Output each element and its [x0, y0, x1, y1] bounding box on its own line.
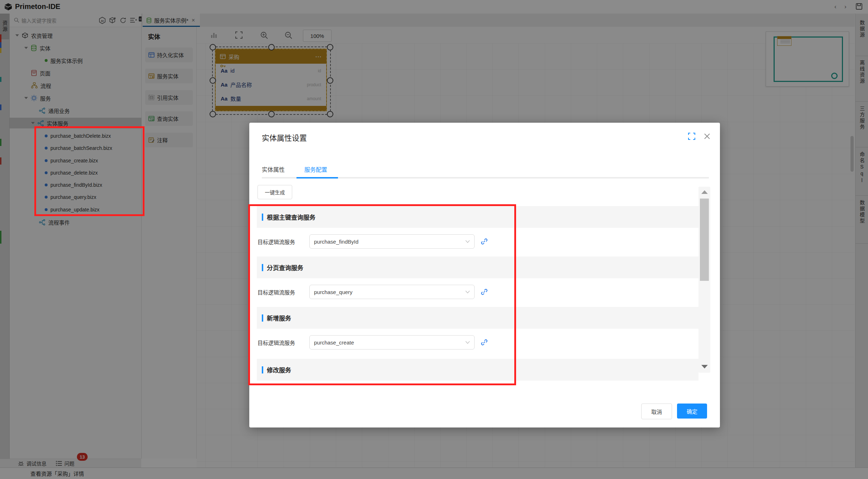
dialog-tabs: 实体属性 服务配置	[262, 165, 327, 179]
cancel-button[interactable]: 取消	[641, 404, 672, 419]
tab-service-config[interactable]: 服务配置	[304, 165, 327, 179]
dialog-title: 实体属性设置	[262, 132, 307, 143]
annotation-box-service-files	[34, 126, 144, 216]
scroll-down-arrow[interactable]	[701, 365, 708, 368]
scrollbar-thumb[interactable]	[700, 199, 709, 281]
one-click-generate-button[interactable]: 一键生成	[258, 185, 292, 199]
dialog-scrollbar[interactable]	[698, 187, 710, 373]
primeton-ide-window: Primeton-IDE ‹ › 资源 输入关键字搜索	[0, 0, 868, 479]
active-tab-indicator	[296, 177, 338, 179]
close-icon[interactable]	[703, 133, 711, 140]
scroll-up-arrow[interactable]	[701, 190, 708, 194]
fullscreen-icon[interactable]	[688, 133, 695, 140]
ok-button[interactable]: 确定	[677, 404, 707, 419]
tab-entity-properties[interactable]: 实体属性	[262, 165, 285, 179]
annotation-box-service-config	[248, 204, 516, 385]
